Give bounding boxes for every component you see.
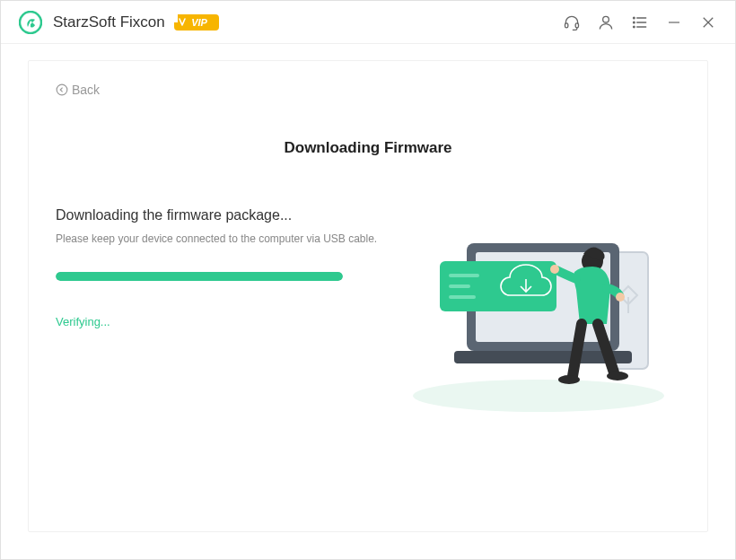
body-row: Downloading the firmware package... Plea…: [56, 207, 680, 414]
svg-point-14: [57, 84, 67, 95]
status-text: Verifying...: [56, 315, 379, 328]
account-icon[interactable]: [597, 13, 615, 31]
svg-point-27: [616, 293, 625, 302]
back-button[interactable]: Back: [56, 83, 100, 97]
svg-point-5: [634, 17, 635, 19]
svg-point-4: [603, 16, 609, 22]
svg-point-15: [413, 380, 664, 412]
svg-point-7: [634, 22, 635, 23]
back-label: Back: [72, 83, 100, 97]
left-column: Downloading the firmware package... Plea…: [56, 207, 379, 414]
vip-badge: VIP: [174, 13, 219, 32]
app-title: StarzSoft Fixcon: [53, 13, 165, 31]
titlebar: StarzSoft Fixcon VIP: [1, 1, 735, 44]
titlebar-controls: [563, 13, 717, 31]
svg-point-29: [607, 372, 628, 381]
progress-fill: [56, 272, 343, 281]
download-subtitle: Downloading the firmware package...: [56, 207, 379, 223]
content-area: Back Downloading Firmware Downloading th…: [1, 44, 735, 559]
main-panel: Back Downloading Firmware Downloading th…: [28, 60, 708, 532]
svg-point-28: [558, 375, 580, 384]
progress-bar: [56, 272, 343, 281]
app-logo-icon: [19, 11, 42, 34]
illustration: [397, 207, 680, 414]
menu-icon[interactable]: [631, 13, 649, 31]
svg-point-9: [634, 26, 635, 28]
support-icon[interactable]: [563, 13, 581, 31]
minimize-button[interactable]: [665, 13, 683, 31]
close-button[interactable]: [699, 13, 717, 31]
svg-point-0: [20, 12, 41, 33]
svg-rect-2: [565, 22, 568, 27]
chevron-left-icon: [56, 83, 68, 96]
download-hint: Please keep your device connected to the…: [56, 232, 379, 245]
svg-rect-3: [575, 22, 578, 27]
page-title: Downloading Firmware: [56, 139, 680, 157]
app-window: StarzSoft Fixcon VIP: [0, 0, 736, 560]
svg-point-26: [550, 265, 559, 274]
svg-text:VIP: VIP: [191, 17, 207, 28]
